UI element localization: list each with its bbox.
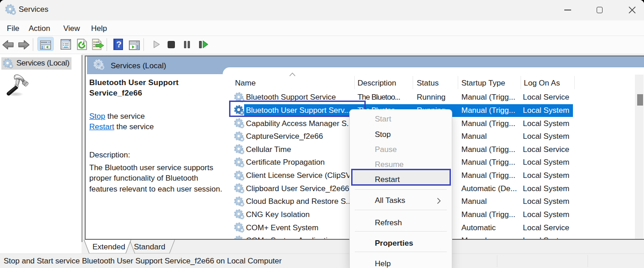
svg-text:?: ? [116,40,122,49]
